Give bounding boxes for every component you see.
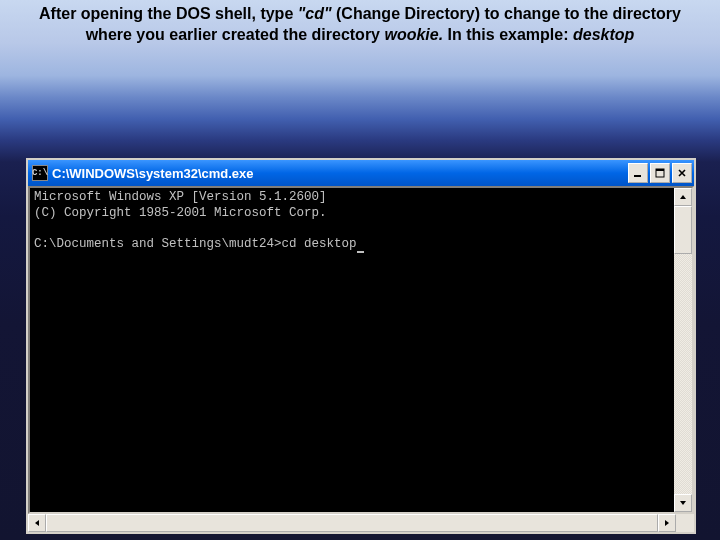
maximize-button[interactable] bbox=[650, 163, 670, 183]
instruction-part3: In this example: bbox=[443, 26, 573, 43]
minimize-icon bbox=[633, 168, 643, 178]
svg-rect-0 bbox=[634, 175, 641, 177]
instruction-text: After opening the DOS shell, type "cd" (… bbox=[0, 4, 720, 46]
vertical-scroll-thumb[interactable] bbox=[674, 206, 692, 254]
instruction-cmd: "cd" bbox=[298, 5, 332, 22]
chevron-left-icon bbox=[33, 519, 41, 527]
titlebar[interactable]: C:\ C:\WINDOWS\system32\cmd.exe bbox=[28, 160, 694, 186]
cmd-icon: C:\ bbox=[32, 165, 48, 181]
console-area: Microsoft Windows XP [Version 5.1.2600] … bbox=[28, 186, 694, 514]
scroll-down-button[interactable] bbox=[674, 494, 692, 512]
horizontal-scroll-track[interactable] bbox=[46, 514, 658, 532]
vertical-scroll-track[interactable] bbox=[674, 206, 692, 494]
chevron-up-icon bbox=[679, 193, 687, 201]
maximize-icon bbox=[655, 168, 665, 178]
console-prompt: C:\Documents and Settings\mudt24>cd desk… bbox=[34, 237, 357, 251]
horizontal-scrollbar[interactable] bbox=[28, 514, 694, 532]
window-controls bbox=[628, 163, 692, 183]
instruction-example: desktop bbox=[573, 26, 634, 43]
instruction-part1: After opening the DOS shell, type bbox=[39, 5, 298, 22]
minimize-button[interactable] bbox=[628, 163, 648, 183]
console-line1: Microsoft Windows XP [Version 5.1.2600] bbox=[34, 190, 327, 204]
console-line2: (C) Copyright 1985-2001 Microsoft Corp. bbox=[34, 206, 327, 220]
chevron-right-icon bbox=[663, 519, 671, 527]
scroll-right-button[interactable] bbox=[658, 514, 676, 532]
scroll-left-button[interactable] bbox=[28, 514, 46, 532]
window-title: C:\WINDOWS\system32\cmd.exe bbox=[52, 166, 628, 181]
vertical-scrollbar[interactable] bbox=[674, 188, 692, 512]
svg-rect-2 bbox=[656, 169, 664, 171]
close-button[interactable] bbox=[672, 163, 692, 183]
horizontal-scroll-thumb[interactable] bbox=[46, 514, 658, 532]
terminal-output[interactable]: Microsoft Windows XP [Version 5.1.2600] … bbox=[30, 188, 674, 512]
chevron-down-icon bbox=[679, 499, 687, 507]
cmd-window: C:\ C:\WINDOWS\system32\cmd.exe Microsof… bbox=[26, 158, 696, 534]
close-icon bbox=[677, 168, 687, 178]
text-cursor bbox=[357, 241, 364, 253]
scrollbar-corner bbox=[676, 514, 694, 532]
scroll-up-button[interactable] bbox=[674, 188, 692, 206]
instruction-dir: wookie. bbox=[384, 26, 443, 43]
